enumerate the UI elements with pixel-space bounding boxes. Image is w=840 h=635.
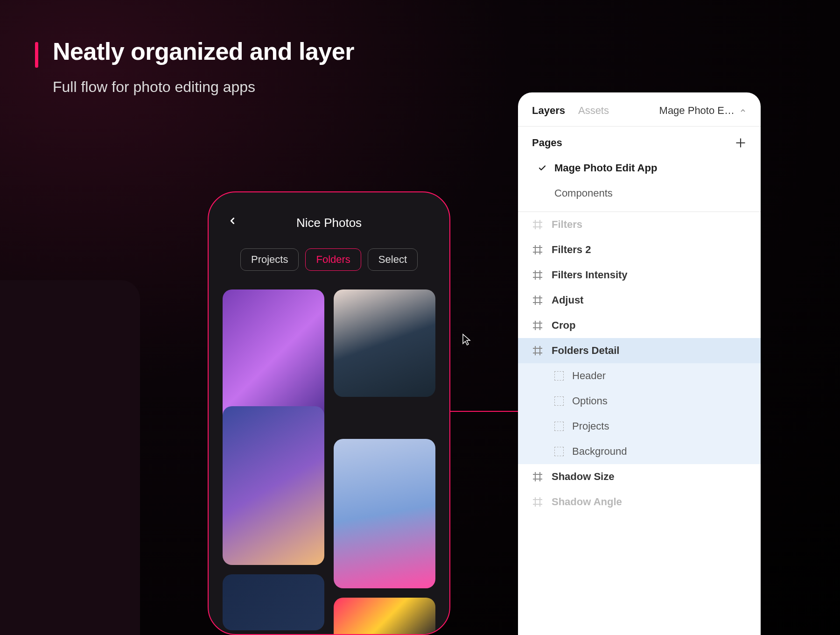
frame-icon bbox=[532, 471, 543, 482]
back-button[interactable] bbox=[227, 216, 241, 230]
layer-child[interactable]: Background bbox=[518, 439, 761, 464]
tab-projects[interactable]: Projects bbox=[240, 248, 299, 271]
background-panel bbox=[0, 280, 140, 635]
layer-label: Header bbox=[572, 370, 606, 382]
layer-label: Projects bbox=[572, 420, 609, 432]
panel-tabs: Layers Assets Mage Photo E… bbox=[518, 92, 761, 126]
frame-icon bbox=[532, 269, 543, 281]
chevron-up-icon bbox=[739, 107, 747, 114]
page-item[interactable]: Components bbox=[518, 181, 761, 206]
phone-mockup: Nice Photos Projects Folders Select bbox=[208, 191, 450, 635]
connector-line bbox=[450, 411, 520, 412]
layer-label: Shadow Angle bbox=[552, 496, 622, 508]
layer-label: Shadow Size bbox=[552, 471, 614, 483]
frame-icon bbox=[532, 496, 543, 508]
project-name: Mage Photo E… bbox=[659, 105, 735, 117]
frame-icon bbox=[532, 295, 543, 306]
layer-row-selected[interactable]: Folders Detail bbox=[518, 338, 761, 363]
layer-label: Filters bbox=[552, 219, 582, 231]
add-page-button[interactable] bbox=[735, 137, 747, 149]
layer-child[interactable]: Options bbox=[518, 388, 761, 414]
hero: Neatly organized and layer Full flow for… bbox=[35, 37, 354, 96]
layer-row[interactable]: Shadow Size bbox=[518, 464, 761, 489]
layer-label: Filters 2 bbox=[552, 244, 591, 256]
layer-row[interactable]: Crop bbox=[518, 313, 761, 338]
cursor-icon bbox=[462, 333, 471, 346]
layer-label: Folders Detail bbox=[552, 345, 619, 357]
layer-row[interactable]: Filters bbox=[518, 212, 761, 237]
accent-bar bbox=[35, 42, 38, 68]
photo-thumbnail[interactable] bbox=[334, 289, 435, 397]
chevron-left-icon bbox=[227, 216, 238, 226]
phone-header: Nice Photos bbox=[223, 211, 435, 234]
check-icon bbox=[538, 164, 547, 172]
layer-label: Background bbox=[572, 445, 627, 458]
phone-title: Nice Photos bbox=[296, 216, 362, 230]
frame-icon bbox=[532, 219, 543, 230]
layer-row[interactable]: Adjust bbox=[518, 288, 761, 313]
layer-child[interactable]: Projects bbox=[518, 414, 761, 439]
tab-layers[interactable]: Layers bbox=[532, 105, 565, 117]
photo-thumbnail[interactable] bbox=[334, 439, 435, 588]
layers-list: Filters Filters 2 Filters Intensity Adju… bbox=[518, 212, 761, 515]
page-item[interactable]: Mage Photo Edit App bbox=[518, 155, 761, 181]
group-icon bbox=[554, 396, 564, 406]
page-label: Mage Photo Edit App bbox=[554, 162, 657, 174]
group-icon bbox=[554, 371, 564, 381]
project-dropdown[interactable]: Mage Photo E… bbox=[659, 105, 747, 117]
layers-panel: Layers Assets Mage Photo E… Pages Mage P… bbox=[518, 92, 761, 635]
phone-tabs: Projects Folders Select bbox=[223, 248, 435, 271]
hero-title: Neatly organized and layer bbox=[53, 37, 354, 65]
layer-label: Filters Intensity bbox=[552, 269, 628, 281]
layer-label: Crop bbox=[552, 319, 575, 332]
layer-label: Adjust bbox=[552, 294, 583, 306]
layer-child[interactable]: Header bbox=[518, 363, 761, 388]
group-icon bbox=[554, 422, 564, 431]
group-icon bbox=[554, 447, 564, 456]
layer-row[interactable]: Filters Intensity bbox=[518, 262, 761, 288]
pages-section: Pages Mage Photo Edit App Components bbox=[518, 126, 761, 206]
tab-select[interactable]: Select bbox=[368, 248, 418, 271]
photo-grid bbox=[223, 289, 435, 635]
frame-icon bbox=[532, 320, 543, 331]
frame-icon bbox=[532, 244, 543, 255]
layer-label: Options bbox=[572, 395, 608, 407]
pages-header: Pages bbox=[518, 127, 761, 155]
layer-row[interactable]: Filters 2 bbox=[518, 237, 761, 262]
photo-thumbnail[interactable] bbox=[334, 598, 435, 635]
photo-thumbnail[interactable] bbox=[223, 406, 324, 565]
plus-icon bbox=[735, 137, 747, 149]
pages-heading: Pages bbox=[532, 137, 562, 149]
tab-assets[interactable]: Assets bbox=[578, 105, 609, 117]
frame-icon bbox=[532, 345, 543, 356]
hero-subtitle: Full flow for photo editing apps bbox=[53, 78, 354, 96]
tab-folders[interactable]: Folders bbox=[305, 248, 361, 271]
layer-row[interactable]: Shadow Angle bbox=[518, 489, 761, 515]
photo-thumbnail[interactable] bbox=[223, 574, 324, 630]
page-label: Components bbox=[554, 187, 613, 199]
